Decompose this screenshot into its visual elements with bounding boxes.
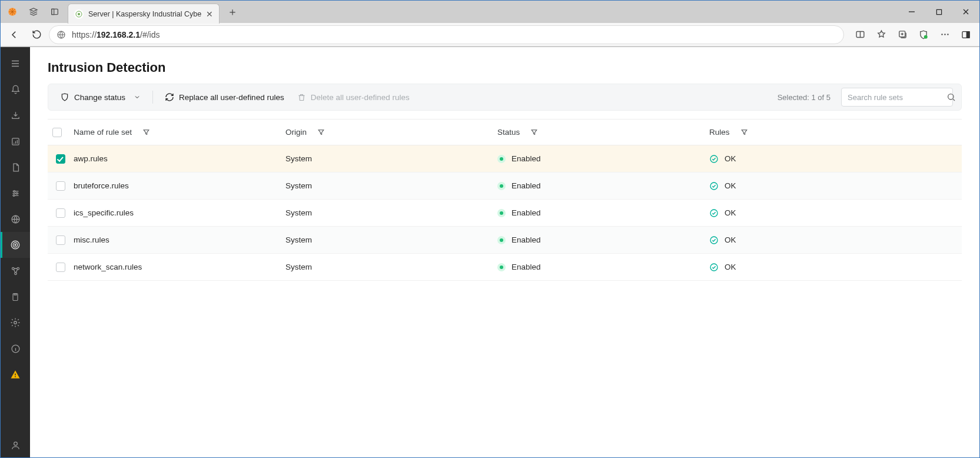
svg-rect-14 xyxy=(966,31,969,38)
sidebar-item-alerts[interactable] xyxy=(1,361,30,387)
filter-icon[interactable] xyxy=(317,128,325,136)
sidebar-item-dashboard[interactable] xyxy=(1,128,30,154)
cell-origin: System xyxy=(285,181,497,190)
browser-toolbar: https://192.168.2.1/#/ids xyxy=(1,23,979,47)
sidebar-item-topology[interactable] xyxy=(1,258,30,284)
col-status[interactable]: Status xyxy=(497,128,520,137)
address-bar[interactable]: https://192.168.2.1/#/ids xyxy=(49,25,844,44)
col-name[interactable]: Name of rule set xyxy=(74,128,132,137)
cell-status: Enabled xyxy=(497,154,709,163)
search-box[interactable] xyxy=(841,88,953,107)
rules-table: Name of rule set Origin Status Rules awp… xyxy=(48,119,962,281)
status-dot-icon xyxy=(497,155,506,163)
more-menu-icon[interactable] xyxy=(935,25,955,45)
selected-count: Selected: 1 of 5 xyxy=(778,93,830,102)
table-row[interactable]: misc.rules System Enabled OK xyxy=(48,227,962,254)
sidebar-item-notifications[interactable] xyxy=(1,77,30,102)
sidebar-menu-toggle[interactable] xyxy=(1,51,30,77)
filter-icon[interactable] xyxy=(740,128,748,136)
sidebar-item-account[interactable] xyxy=(1,432,30,458)
table-row[interactable]: awp.rules System Enabled OK xyxy=(48,145,962,172)
nav-refresh-button[interactable] xyxy=(26,25,46,45)
sidebar-item-reports[interactable] xyxy=(1,154,30,180)
col-rules[interactable]: Rules xyxy=(709,128,730,137)
row-checkbox[interactable] xyxy=(56,263,65,272)
cell-status: Enabled xyxy=(497,181,709,190)
window-maximize-button[interactable] xyxy=(925,1,952,23)
table-row[interactable]: ics_specific.rules System Enabled OK xyxy=(48,200,962,227)
window-controls xyxy=(898,1,979,23)
row-checkbox[interactable] xyxy=(56,235,65,245)
workspaces-icon[interactable] xyxy=(25,4,42,20)
svg-point-18 xyxy=(13,194,15,196)
sidebar-item-intrusion-detection[interactable] xyxy=(1,232,30,258)
favorites-icon[interactable] xyxy=(871,25,891,45)
search-input[interactable] xyxy=(848,93,946,102)
tab-title: Server | Kaspersky Industrial Cybe xyxy=(88,10,201,18)
svg-rect-1 xyxy=(52,9,58,14)
select-all-checkbox[interactable] xyxy=(52,128,62,137)
svg-point-10 xyxy=(941,34,943,35)
nav-back-button[interactable] xyxy=(4,25,24,45)
row-checkbox[interactable] xyxy=(56,181,65,191)
cell-status: Enabled xyxy=(497,208,709,217)
filter-icon[interactable] xyxy=(530,128,538,136)
trash-icon xyxy=(297,93,306,102)
delete-rules-button: Delete all user-defined rules xyxy=(294,88,413,107)
svg-rect-2 xyxy=(52,9,54,14)
filter-icon[interactable] xyxy=(142,128,150,136)
sidebar-item-tasks[interactable] xyxy=(1,284,30,310)
status-dot-icon xyxy=(497,263,506,271)
svg-point-12 xyxy=(947,34,949,35)
sidebar-item-settings[interactable] xyxy=(1,310,30,336)
change-status-button[interactable]: Change status xyxy=(57,88,144,107)
cell-status: Enabled xyxy=(497,235,709,244)
favicon-icon xyxy=(74,9,84,19)
svg-point-4 xyxy=(78,13,80,15)
sidebar-item-tuning[interactable] xyxy=(1,180,30,206)
sidebar-item-network[interactable] xyxy=(1,206,30,232)
check-circle-icon xyxy=(709,181,719,191)
check-circle-icon xyxy=(709,235,719,245)
split-screen-icon[interactable] xyxy=(850,25,870,45)
svg-point-16 xyxy=(13,190,15,192)
table-header: Name of rule set Origin Status Rules xyxy=(48,120,962,145)
window-minimize-button[interactable] xyxy=(898,1,925,23)
search-icon[interactable] xyxy=(946,92,956,102)
status-dot-icon xyxy=(497,209,506,217)
row-checkbox[interactable] xyxy=(56,154,65,164)
tab-actions-icon[interactable] xyxy=(46,4,63,20)
profile-icon[interactable] xyxy=(4,4,21,20)
check-circle-icon xyxy=(709,263,719,272)
cell-origin: System xyxy=(285,154,497,163)
sidebar-toggle-icon[interactable] xyxy=(956,25,976,45)
check-circle-icon xyxy=(709,208,719,218)
svg-point-35 xyxy=(710,237,717,244)
sidebar-item-info[interactable] xyxy=(1,336,30,361)
cell-name: misc.rules xyxy=(74,235,285,244)
browser-tab[interactable]: Server | Kaspersky Industrial Cybe ✕ xyxy=(68,4,220,24)
col-origin[interactable]: Origin xyxy=(285,128,307,137)
svg-point-36 xyxy=(710,264,717,271)
svg-point-9 xyxy=(924,35,928,38)
table-row[interactable]: network_scan.rules System Enabled OK xyxy=(48,254,962,281)
sidebar-item-downloads[interactable] xyxy=(1,102,30,128)
cell-status: Enabled xyxy=(497,263,709,271)
site-info-icon[interactable] xyxy=(57,30,66,39)
collections-icon[interactable] xyxy=(892,25,912,45)
browser-tabbar: Server | Kaspersky Industrial Cybe ✕ ＋ xyxy=(1,1,979,23)
replace-rules-button[interactable]: Replace all user-defined rules xyxy=(161,88,288,107)
extension-kaspersky-icon[interactable] xyxy=(913,25,934,45)
separator xyxy=(152,91,153,104)
cell-rules: OK xyxy=(709,154,962,164)
table-body: awp.rules System Enabled OK bruteforce.r… xyxy=(48,145,962,281)
new-tab-button[interactable]: ＋ xyxy=(224,4,241,20)
svg-point-22 xyxy=(15,244,16,245)
tab-close-icon[interactable]: ✕ xyxy=(206,9,213,19)
svg-rect-26 xyxy=(13,293,18,300)
table-row[interactable]: bruteforce.rules System Enabled OK xyxy=(48,172,962,200)
row-checkbox[interactable] xyxy=(56,208,65,218)
window-close-button[interactable] xyxy=(952,1,979,23)
svg-point-32 xyxy=(710,155,717,162)
app-sidebar xyxy=(1,47,30,458)
